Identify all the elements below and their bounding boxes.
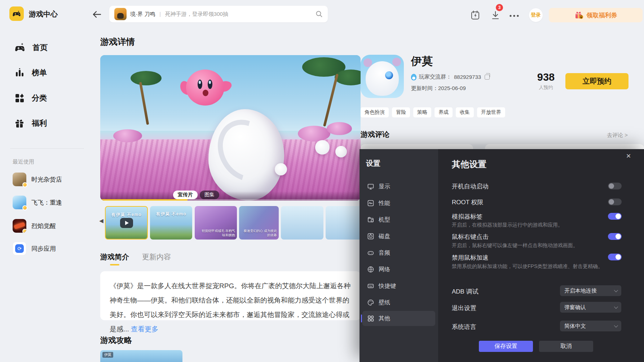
setting-right-click-desc: 开启后，鼠标右键可以像左键一样点击和拖动游戏画面。 [452,242,578,249]
recent-item-sync-app[interactable]: ⟳ 同步应用 [13,241,88,256]
coupon-button[interactable]: 领取福利券 [549,8,643,22]
setting-adb-select[interactable]: 开启本地连接 [560,285,621,296]
settings-menu-disk[interactable]: 磁盘 [362,229,435,244]
download-manager-button[interactable] [490,10,500,20]
guide-section-title: 游戏攻略 [100,335,132,346]
thumbs-prev-button[interactable]: ◀ [98,216,105,225]
tab-trailer[interactable]: 宣传片 [173,191,198,199]
thumbnail-image-5[interactable] [326,206,360,240]
recent-item-time-shop[interactable]: 时光杂货店 [13,172,88,187]
sidebar-item-categories[interactable]: 分类 [14,91,83,105]
tab-gallery[interactable]: 图集 [200,191,219,199]
gift-icon [14,118,25,128]
game-avatar [361,55,404,98]
settings-menu-audio[interactable]: 音频 [362,245,435,260]
game-icon [13,219,26,233]
network-icon [367,266,374,273]
setting-right-click-toggle[interactable] [608,233,622,240]
settings-menu-network[interactable]: 网络 [362,262,435,277]
thumbnail-image-4[interactable] [281,206,323,240]
game-tags: 角色扮演 冒险 策略 养成 收集 开放世界 [361,107,505,117]
copy-icon[interactable] [485,75,490,80]
setting-adb-label: ADB 调试 [452,287,478,296]
chart-icon [14,68,25,78]
tag-strategy[interactable]: 策略 [413,107,431,117]
save-settings-button[interactable]: 保存设置 [479,341,533,352]
cancel-button[interactable]: 取消 [539,341,593,352]
guide-game-tag: 伊莫 [102,352,113,358]
guide-card[interactable]: 伊莫 [100,350,182,362]
search-game-desc: 死神手游，登录即领300抽 [165,11,312,18]
update-time-row: 更新时间：2025-06-09 [411,85,466,92]
download-icon [491,10,500,20]
close-icon[interactable]: ✕ [624,151,633,161]
comments-section-title: 游戏评论 [361,130,389,139]
setting-mouse-accel-toggle[interactable] [608,254,622,260]
sync-app-icon: ⟳ [13,242,26,255]
calendar-events-button[interactable] [470,10,480,20]
setting-exit-select[interactable]: 弹窗确认 [560,302,621,313]
game-trailer-player[interactable]: 宣传片 图集 [100,55,361,201]
see-more-link[interactable]: 查看更多 [131,325,158,333]
tag-collect[interactable]: 收集 [456,107,474,117]
video-progress-bar[interactable] [100,199,188,201]
settings-menu-hotkeys[interactable]: 快捷键 [362,278,435,294]
tag-raising[interactable]: 养成 [435,107,453,117]
recent-section-title: 最近使用 [13,158,34,165]
game-name: 伊莫 [411,54,433,69]
update-date: 2025-06-09 [438,85,466,91]
hotkey-icon [367,283,374,289]
thumbnail-image-2[interactable]: 轻抚铠甲或绒毛 存档气味和拥抱 [195,206,237,240]
disk-icon [367,233,374,240]
more-menu-button[interactable] [509,11,519,21]
settings-menu-device[interactable]: 机型 [362,212,435,227]
wallpaper-icon [367,299,374,306]
settings-menu-performance[interactable]: 性能 [362,196,435,211]
game-icon [13,173,26,186]
download-count-badge: 3 [496,4,503,11]
setting-autostart-toggle[interactable] [608,183,622,189]
search-game-avatar [114,8,127,20]
setting-root-label: ROOT 权限 [452,198,484,206]
tab-game-intro[interactable]: 游戏简介 [100,252,129,265]
recent-item-flame[interactable]: 烈焰觉醒 [13,219,88,233]
qq-icon [411,74,416,80]
recent-item-label: 飞飞：重逢 [31,198,62,207]
sidebar-item-label: 首页 [32,43,48,53]
settings-menu-other[interactable]: 其他 [362,311,435,326]
grid-icon [367,315,374,322]
setting-root-toggle[interactable] [608,198,622,205]
search-bar[interactable]: 境·界 刀鸣 | 死神手游，登录即领300抽 [109,6,328,22]
settings-menu-display[interactable]: 显示 [362,179,435,194]
gamepad-icon [12,9,21,18]
gift-lock-icon [574,10,584,20]
setting-exit-label: 退出设置 [452,304,476,312]
settings-menu-wallpaper[interactable]: 壁纸 [362,295,435,310]
tab-update-content[interactable]: 更新内容 [142,252,171,265]
app-logo[interactable] [9,6,24,21]
reserve-now-button[interactable]: 立即预约 [565,73,628,89]
settings-panel-title: 其他设置 [452,158,486,170]
tag-rpg[interactable]: 角色扮演 [361,107,389,117]
gamepad-sparkle-icon [14,43,25,53]
thumbnail-video[interactable]: 有伊莫 不emo [105,206,148,240]
game-icon [13,196,26,209]
tag-open-world[interactable]: 开放世界 [477,107,505,117]
sidebar-item-rankings[interactable]: 榜单 [14,66,83,80]
setting-emulator-tab-toggle[interactable] [608,213,622,220]
setting-language-select[interactable]: 简体中文 [560,321,621,331]
settings-title: 设置 [366,158,380,168]
tag-adventure[interactable]: 冒险 [392,107,410,117]
chevron-down-icon [614,288,618,292]
sidebar-item-benefits[interactable]: 福利 [14,116,83,130]
login-button[interactable]: 登录 [529,8,543,22]
recent-item-feifei[interactable]: 飞飞：重逢 [13,195,88,210]
sidebar-item-home[interactable]: 首页 [14,40,83,55]
go-comment-link[interactable]: 去评论 > [607,132,628,139]
performance-icon [367,200,374,206]
thumbnail-image-3[interactable]: 极速变幻的心 成为彼此的依靠 [239,206,279,240]
media-type-switch: 宣传片 图集 [173,191,219,199]
back-button[interactable] [91,10,103,19]
thumbnail-image-1[interactable]: 有伊莫 不emo [150,206,192,240]
search-icon[interactable] [316,10,323,18]
